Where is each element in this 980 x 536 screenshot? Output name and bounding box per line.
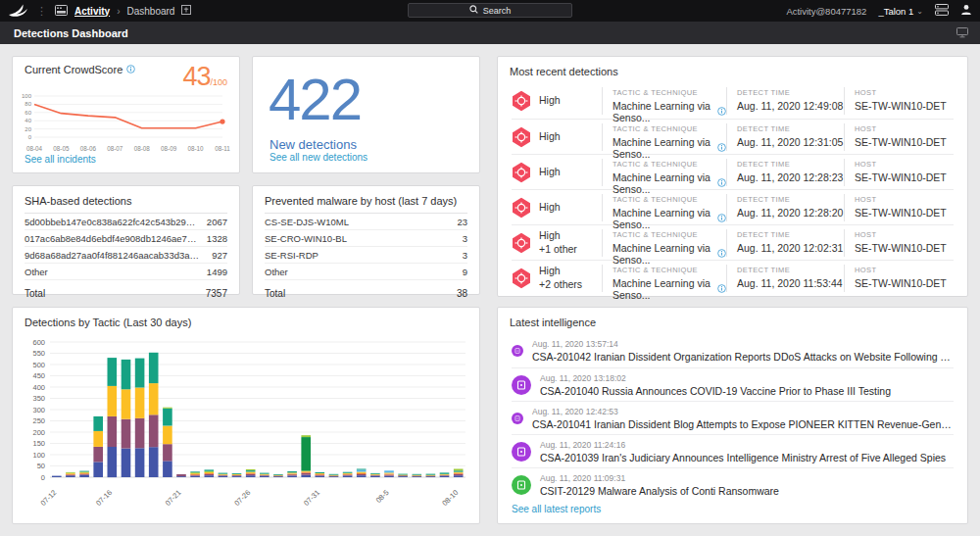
svg-text:200: 200 [32,428,45,437]
severity-high-icon [512,197,531,219]
tactic-cell: TACTIC & TECHNIQUE Machine Learning via … [602,229,726,257]
detection-row[interactable]: High+1 other TACTIC & TECHNIQUE Machine … [512,224,954,260]
search-placeholder: Search [483,6,512,16]
report-time: Aug. 11, 2020 11:09:31 [540,473,779,483]
svg-text:08-11: 08-11 [215,145,230,152]
crowdscore-value: 43/100 [182,64,227,90]
host-cell: HOST SE-TW-WIN10-DET [844,159,954,186]
info-icon[interactable] [717,177,726,189]
info-icon[interactable] [717,142,726,154]
svg-text:07-16: 07-16 [94,488,114,508]
search-input[interactable]: Search [408,3,572,18]
detect-time-cell: DETECT TIME Aug. 11, 2020 12:49:08 [726,87,844,115]
recent-detections-list: High TACTIC & TECHNIQUE Machine Learning… [498,83,967,295]
intel-card: Latest intelligence Aug. 11, 2020 13:57:… [497,307,968,524]
svg-text:50: 50 [37,462,45,470]
severity-cell: High [512,90,602,112]
prevented-malware-table: CS-SE-DJS-W10ML 23 SE-CRO-WIN10-BL 3 SE-… [265,213,467,280]
info-icon[interactable] [717,248,726,260]
svg-text:08-10: 08-10 [188,145,205,152]
falcon-logo-icon[interactable] [8,3,28,20]
svg-text:08-05: 08-05 [53,145,70,152]
host-cell: HOST SE-TW-WIN10-DET [844,87,954,115]
detection-row[interactable]: High TACTIC & TECHNIQUE Machine Learning… [512,83,954,119]
sha-total-row: Total7357 [24,288,227,299]
report-title: CSIT-20129 Malware Analysis of Conti Ran… [540,485,779,497]
prevented-malware-title: Prevented malware by host (last 7 days) [253,186,479,213]
svg-text:08-04: 08-04 [26,145,43,152]
crowdscore-chart: 10080604020008-0408-0508-0608-0708-0808-… [13,90,239,163]
tactic-chart: 05010015020025030035040045050055060007-1… [13,334,479,520]
svg-text:07-12: 07-12 [39,488,59,508]
report-icon [512,442,531,462]
see-all-incidents-link[interactable]: See all incidents [24,154,96,165]
user-menu[interactable]: _Talon 1 ⌄ [878,6,923,17]
sha-table: 5d00bbeb147e0c838a622fc42c543b2913d57eac… [24,213,227,280]
page-titlebar: Detections Dashboard [0,22,980,44]
severity-high-icon [512,90,531,112]
sha-row: Other 1499 [24,264,227,280]
info-icon[interactable] [717,283,726,295]
prevented-row: Other 9 [265,264,467,280]
detect-time-cell: DETECT TIME Aug. 11, 2020 12:31:05 [726,123,844,151]
pin-dashboard-icon[interactable] [181,5,191,17]
info-icon[interactable] [717,213,726,224]
report-time: Aug. 11, 2020 13:18:02 [540,373,891,383]
svg-text:60: 60 [24,110,31,116]
report-title: CSA-201041 Iranian Dissident Blog Attemp… [532,418,954,430]
intel-report-row[interactable]: Aug. 11, 2020 11:09:31 CSIT-20129 Malwar… [512,467,954,501]
svg-text:08-09: 08-09 [161,145,177,152]
sha-detections-title: SHA-based detections [13,186,239,213]
svg-text:450: 450 [32,371,45,380]
host-cell: HOST SE-TW-WIN10-DET [844,123,954,151]
svg-text:250: 250 [32,416,45,425]
new-detections-label: New detections [253,129,479,152]
info-icon[interactable] [126,64,135,75]
svg-text:80: 80 [24,101,31,107]
detect-time-cell: DETECT TIME Aug. 11, 2020 11:53:44 [726,265,844,292]
detect-time-cell: DETECT TIME Aug. 11, 2020 12:02:31 [726,229,844,257]
detection-row[interactable]: High+2 others TACTIC & TECHNIQUE Machine… [512,260,954,295]
prevented-row: SE-CRO-WIN10-BL 3 [265,230,467,247]
svg-text:08-06: 08-06 [80,145,97,152]
svg-text:400: 400 [32,383,45,392]
intel-report-row[interactable]: Aug. 11, 2020 12:42:53 CSA-201041 Irania… [512,401,954,434]
presentation-mode-icon[interactable] [956,27,968,40]
svg-text:40: 40 [24,118,31,123]
user-avatar-icon[interactable] [960,4,972,18]
svg-text:07-21: 07-21 [164,488,183,508]
crowdscore-title: Current CrowdScore [24,64,122,75]
svg-text:08-5: 08-5 [374,488,391,505]
detection-row[interactable]: High TACTIC & TECHNIQUE Machine Learning… [512,189,954,224]
report-time: Aug. 11, 2020 12:42:53 [532,407,954,416]
tactic-chart-card: Detections by Tactic (Last 30 days) 0501… [12,307,480,524]
host-cell: HOST SE-TW-WIN10-DET [844,229,954,257]
detect-time-cell: DETECT TIME Aug. 11, 2020 12:28:23 [726,159,844,186]
severity-high-icon [512,126,531,148]
severity-cell: High+1 other [512,229,602,255]
breadcrumb-separator: › [117,6,120,17]
svg-text:100: 100 [32,451,45,460]
intel-report-row[interactable]: Aug. 11, 2020 11:24:16 CSA-201039 Iran's… [512,434,954,467]
info-icon[interactable] [717,106,726,118]
severity-label: High [539,166,561,178]
breadcrumb-dashboard: Dashboard [126,6,174,17]
app-icon[interactable] [55,5,68,18]
tactic-cell: TACTIC & TECHNIQUE Machine Learning via … [602,159,726,186]
breadcrumb-activity-link[interactable]: Activity [74,6,110,17]
dashboard-content: Current CrowdScore 43/100 10080604020008… [0,44,980,536]
intel-report-row[interactable]: Aug. 11, 2020 13:18:02 CSA-201040 Russia… [512,367,954,401]
see-all-latest-reports-link[interactable]: See all latest reports [512,504,601,514]
detection-row[interactable]: High TACTIC & TECHNIQUE Machine Learning… [512,154,954,189]
svg-text:08-07: 08-07 [107,145,123,152]
detection-row[interactable]: High TACTIC & TECHNIQUE Machine Learning… [512,119,954,154]
svg-text:350: 350 [32,394,45,403]
nav-overflow-icon[interactable]: ⋮ [36,6,47,17]
detect-time-cell: DETECT TIME Aug. 11, 2020 12:28:20 [726,194,844,221]
recent-detections-title: Most recent detections [498,57,967,83]
apps-switcher-icon[interactable] [935,4,949,18]
sha-row: 5d00bbeb147e0c838a622fc42c543b2913d57eac… [24,214,227,230]
intel-report-row[interactable]: Aug. 11, 2020 13:57:14 CSA-201042 Irania… [512,334,954,367]
svg-text:100: 100 [22,93,32,99]
see-all-new-detections-link[interactable]: See all new detections [270,152,368,163]
